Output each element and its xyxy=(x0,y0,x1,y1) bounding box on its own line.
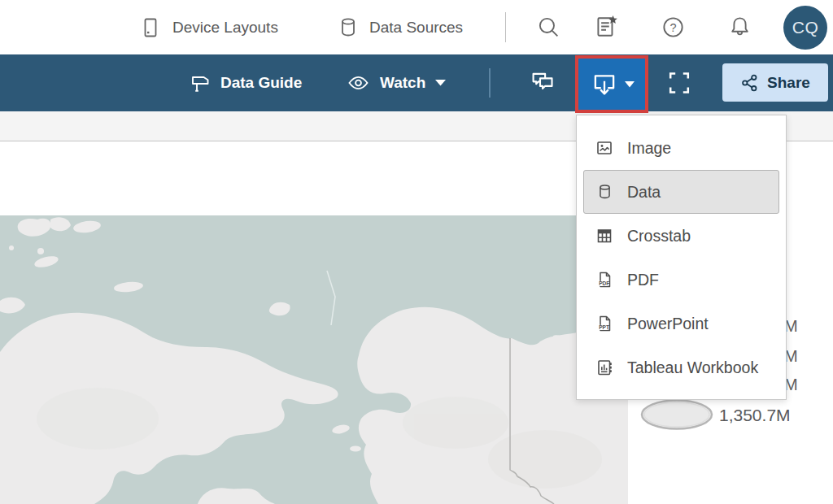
search-icon xyxy=(536,15,561,40)
data-guide-button[interactable]: Data Guide xyxy=(188,54,302,111)
toolbar-divider xyxy=(489,68,491,98)
crosstab-icon xyxy=(594,226,615,245)
search-button[interactable] xyxy=(536,15,561,40)
user-avatar[interactable]: CQ xyxy=(783,6,827,50)
help-icon: ? xyxy=(661,15,686,40)
share-button[interactable]: Share xyxy=(722,63,828,102)
menu-item-tableau-workbook[interactable]: Tableau Workbook xyxy=(583,345,779,389)
signpost-icon xyxy=(188,71,212,95)
chevron-down-icon xyxy=(435,80,446,86)
database-icon xyxy=(337,15,360,40)
eye-icon xyxy=(345,71,372,95)
database-icon xyxy=(594,182,615,202)
share-label: Share xyxy=(767,74,810,92)
help-button[interactable]: ? xyxy=(661,15,686,40)
bell-icon xyxy=(727,14,752,39)
device-layouts-label: Device Layouts xyxy=(172,19,278,37)
menu-item-label: PDF xyxy=(627,271,659,289)
menu-item-powerpoint[interactable]: PPT PowerPoint xyxy=(583,302,779,345)
data-guide-label: Data Guide xyxy=(220,74,302,92)
fullscreen-icon xyxy=(665,68,694,98)
workbook-icon xyxy=(594,358,615,377)
svg-text:?: ? xyxy=(669,21,676,34)
document-star-icon xyxy=(593,14,619,40)
top-app-bar: Device Layouts Data Sources xyxy=(0,0,833,54)
menu-item-label: Crosstab xyxy=(627,227,691,245)
menu-item-crosstab[interactable]: Crosstab xyxy=(583,214,779,258)
comments-icon xyxy=(529,69,560,97)
device-layouts-button[interactable]: Device Layouts xyxy=(138,0,278,54)
tableau-viewer-screen: Device Layouts Data Sources xyxy=(0,0,833,504)
download-icon xyxy=(590,70,619,99)
menu-item-data[interactable]: Data xyxy=(583,170,779,214)
download-button[interactable] xyxy=(575,55,648,113)
topbar-divider xyxy=(505,12,506,42)
menu-item-image[interactable]: Image xyxy=(583,126,779,170)
svg-text:PPT: PPT xyxy=(599,324,609,330)
powerpoint-file-icon: PPT xyxy=(594,314,615,333)
pdf-file-icon: PDF xyxy=(594,270,615,289)
menu-item-pdf[interactable]: PDF PDF xyxy=(583,258,779,302)
data-sources-label: Data Sources xyxy=(369,19,463,37)
data-sources-button[interactable]: Data Sources xyxy=(337,0,463,54)
svg-text:PDF: PDF xyxy=(599,280,609,286)
download-menu: Image Data Crosstab xyxy=(576,115,787,400)
size-legend-bubble xyxy=(638,398,716,432)
watch-button[interactable]: Watch xyxy=(345,54,446,111)
avatar-initials: CQ xyxy=(792,18,819,37)
viz-toolbar: Data Guide Watch xyxy=(0,54,833,111)
watch-label: Watch xyxy=(380,74,425,92)
menu-item-label: Image xyxy=(627,139,671,158)
map-viz[interactable] xyxy=(0,215,628,504)
whats-new-button[interactable] xyxy=(593,14,619,40)
menu-item-label: PowerPoint xyxy=(627,315,709,333)
notifications-button[interactable] xyxy=(727,14,752,39)
device-layouts-icon xyxy=(138,15,163,40)
menu-item-label: Data xyxy=(627,183,661,202)
image-icon xyxy=(594,138,615,158)
fullscreen-button[interactable] xyxy=(665,54,694,111)
size-legend-max-label: 1,350.7M xyxy=(719,406,791,425)
menu-item-label: Tableau Workbook xyxy=(627,358,758,377)
comments-button[interactable] xyxy=(529,54,560,111)
share-icon xyxy=(740,73,760,93)
map-canvas xyxy=(0,215,628,504)
chevron-down-icon xyxy=(625,81,635,88)
